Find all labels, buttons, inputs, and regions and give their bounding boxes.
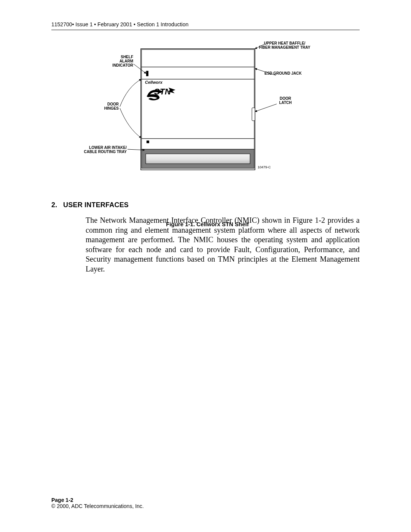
- svg-rect-5: [146, 71, 148, 76]
- cellworx-logo-text: Cellworx: [145, 80, 163, 85]
- svg-rect-8: [147, 141, 149, 143]
- copyright: © 2000, ADC Telecommunications, Inc.: [51, 503, 144, 509]
- header-rule: [51, 30, 360, 30]
- running-header: 1152700• Issue 1 • February 2001 • Secti…: [51, 21, 360, 27]
- label-door-latch: DOORLATCH: [274, 96, 297, 105]
- svg-rect-1: [142, 50, 254, 67]
- section-title: USER INTERFACES: [63, 201, 129, 209]
- figure-1-1: Cellworx STN SHELFALARMINDICATOR DOORHIN…: [101, 41, 314, 171]
- svg-rect-6: [252, 108, 255, 121]
- section-body: The Network Management Interface Control…: [86, 216, 360, 274]
- section-heading: 2. USER INTERFACES: [51, 201, 129, 209]
- label-shelf-alarm: SHELFALARMINDICATOR: [97, 55, 133, 68]
- label-upper-baffle: UPPER HEAT BAFFLE/FIBER MANAGEMENT TRAY: [252, 41, 317, 50]
- svg-line-13: [255, 104, 277, 112]
- svg-rect-2: [142, 67, 254, 79]
- document-page: 1152700• Issue 1 • February 2001 • Secti…: [0, 0, 411, 532]
- label-esd-jack: ESD GROUND JACK: [264, 71, 302, 75]
- drawing-id: 10479-C: [258, 165, 271, 169]
- page-number: Page 1-2: [51, 497, 144, 503]
- label-door-hinges: DOORHINGES: [91, 102, 119, 110]
- label-lower-intake: LOWER AIR INTAKE/CABLE ROUTING TRAY: [70, 145, 127, 154]
- svg-rect-10: [146, 154, 250, 164]
- page-footer: Page 1-2 © 2000, ADC Telecommunications,…: [51, 497, 144, 509]
- section-number: 2.: [51, 201, 57, 209]
- svg-rect-7: [142, 139, 254, 149]
